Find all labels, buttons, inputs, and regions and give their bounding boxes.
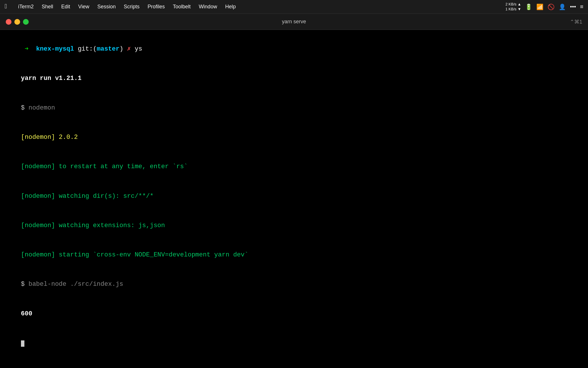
minimize-button[interactable] bbox=[14, 19, 20, 25]
menu-edit[interactable]: Edit bbox=[57, 0, 74, 14]
wifi-icon: 📶 bbox=[536, 3, 543, 10]
list-icon: ≡ bbox=[580, 3, 583, 10]
nodemon-starting-text: [nodemon] starting `cross-env NODE_ENV=d… bbox=[21, 251, 248, 258]
maximize-button[interactable] bbox=[23, 19, 29, 25]
nodemon-dirs-text: [nodemon] watching dir(s): src/**/* bbox=[21, 193, 154, 200]
menu-toolbelt[interactable]: Toolbelt bbox=[169, 0, 195, 14]
yarn-run-text: yarn run v1.21.1 bbox=[21, 75, 82, 82]
user-icon: 👤 bbox=[559, 3, 566, 10]
prompt-dir: knex-mysql bbox=[32, 45, 74, 53]
window-shortcut: ⌃⌘1 bbox=[570, 19, 582, 25]
nodemon-cmd-text: nodemon bbox=[25, 104, 55, 112]
terminal-line-yarn-run: yarn run v1.21.1 bbox=[6, 64, 582, 93]
terminal-line-nodemon-version: [nodemon] 2.0.2 bbox=[6, 123, 582, 152]
dollar-sign: $ bbox=[21, 104, 25, 112]
terminal-line-babel-cmd: $ babel-node ./src/index.js bbox=[6, 270, 582, 299]
prompt-branch: master bbox=[97, 45, 119, 53]
prompt-git-prefix: git:( bbox=[74, 45, 97, 53]
menu-shell[interactable]: Shell bbox=[38, 0, 57, 14]
apple-menu[interactable]:  bbox=[5, 3, 8, 10]
terminal-line-cursor bbox=[6, 329, 582, 358]
terminal-line-prompt: ➜ knex-mysql git:(master) ✗ ys bbox=[6, 34, 582, 64]
network-up: 2 KB/s ▲ bbox=[506, 2, 521, 7]
prompt-arrow: ➜ bbox=[21, 45, 32, 53]
terminal-cursor bbox=[21, 340, 24, 347]
close-button[interactable] bbox=[6, 19, 11, 25]
no-entry-icon: 🚫 bbox=[548, 3, 555, 10]
terminal-line-output-600: 600 bbox=[6, 299, 582, 329]
prompt-cmd: ys bbox=[131, 45, 142, 53]
menu-window[interactable]: Window bbox=[195, 0, 221, 14]
menubar-right: 2 KB/s ▲ 1 KB/s ▼ 🔋 📶 🚫 👤 ••• ≡ bbox=[506, 2, 583, 12]
menu-view[interactable]: View bbox=[74, 0, 93, 14]
terminal-line-nodemon-dirs: [nodemon] watching dir(s): src/**/* bbox=[6, 181, 582, 211]
babel-cmd-text: babel-node ./src/index.js bbox=[25, 281, 123, 288]
prompt-marker: ✗ bbox=[123, 45, 131, 53]
menubar:  iTerm2 Shell Edit View Session Scripts… bbox=[0, 0, 588, 14]
terminal-line-nodemon-ext: [nodemon] watching extensions: js,json bbox=[6, 211, 582, 240]
terminal[interactable]: ➜ knex-mysql git:(master) ✗ ys yarn run … bbox=[0, 30, 588, 368]
menu-help[interactable]: Help bbox=[221, 0, 240, 14]
dots-icon: ••• bbox=[570, 3, 576, 10]
prompt-git-suffix: ) bbox=[119, 45, 123, 53]
nodemon-version-text: [nodemon] 2.0.2 bbox=[21, 134, 78, 141]
nodemon-restart-text: [nodemon] to restart at any time, enter … bbox=[21, 163, 188, 170]
dollar-sign-2: $ bbox=[21, 281, 25, 288]
nodemon-ext-text: [nodemon] watching extensions: js,json bbox=[21, 222, 165, 229]
terminal-line-nodemon-cmd: $ nodemon bbox=[6, 93, 582, 123]
battery-icon: 🔋 bbox=[525, 3, 532, 10]
terminal-line-nodemon-restart: [nodemon] to restart at any time, enter … bbox=[6, 152, 582, 181]
window-controls bbox=[6, 19, 29, 25]
titlebar: yarn serve ⌃⌘1 bbox=[0, 14, 588, 30]
window-title: yarn serve bbox=[282, 19, 306, 25]
network-speed: 2 KB/s ▲ 1 KB/s ▼ bbox=[506, 2, 521, 12]
menu-iterm2[interactable]: iTerm2 bbox=[14, 0, 38, 14]
network-down: 1 KB/s ▼ bbox=[506, 7, 521, 12]
terminal-line-nodemon-starting: [nodemon] starting `cross-env NODE_ENV=d… bbox=[6, 240, 582, 270]
menu-scripts[interactable]: Scripts bbox=[120, 0, 144, 14]
menu-profiles[interactable]: Profiles bbox=[144, 0, 169, 14]
output-600-text: 600 bbox=[21, 310, 32, 317]
menu-session[interactable]: Session bbox=[93, 0, 120, 14]
